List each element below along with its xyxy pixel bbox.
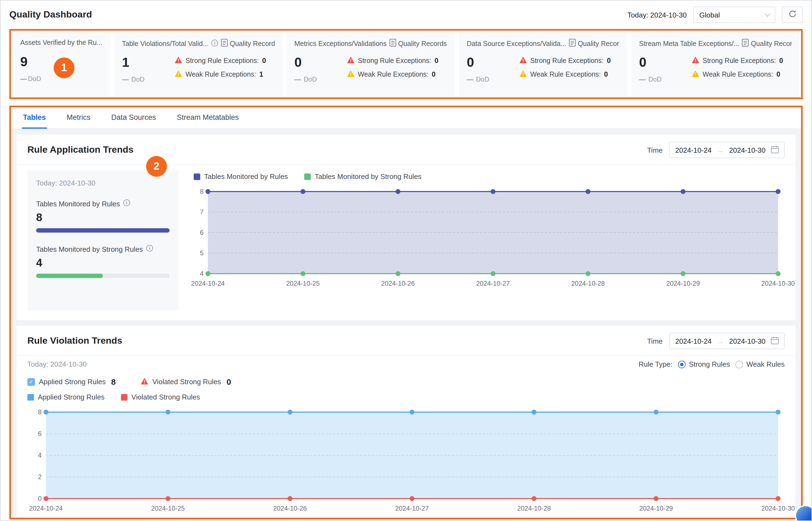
svg-text:8: 8 <box>200 188 204 195</box>
legend-item-strong-rules[interactable]: Tables Monitored by Strong Rules <box>304 173 421 181</box>
calendar-icon <box>771 145 779 155</box>
page-header: Quality Dashboard Today: 2024-10-30 Glob… <box>1 1 811 29</box>
radio-weak-rules[interactable]: Weak Rules <box>735 360 785 368</box>
legend-label: Tables Monitored by Strong Rules <box>315 173 421 181</box>
date-range-picker[interactable]: 2024-10-24 2024-10-30 <box>669 142 785 158</box>
svg-text:2024-10-25: 2024-10-25 <box>151 504 185 512</box>
document-icon <box>389 39 396 48</box>
quality-dashboard-screen: Quality Dashboard Today: 2024-10-30 Glob… <box>0 0 812 521</box>
stat-card-stream-metatables: Stream Meta Table Exceptions/... Quality… <box>631 32 799 96</box>
header-today-label: Today: 2024-10-30 <box>627 11 687 19</box>
arrow-right-icon <box>717 146 724 154</box>
legend-item-applied[interactable]: Applied Strong Rules <box>27 393 105 401</box>
weak-rule-exceptions: Weak Rule Exceptions:1 <box>175 70 275 79</box>
radio-strong-rules[interactable]: Strong Rules <box>678 360 730 368</box>
legend-item-violated[interactable]: Violated Strong Rules <box>121 393 200 401</box>
date-end[interactable]: 2024-10-30 <box>729 146 765 154</box>
date-end[interactable]: 2024-10-30 <box>729 337 765 345</box>
legend-label: Violated Strong Rules <box>131 393 200 401</box>
svg-text:2024-10-27: 2024-10-27 <box>395 504 429 512</box>
quality-records-link[interactable]: Quality Records <box>742 39 792 48</box>
rule-type-label: Rule Type: <box>639 360 672 368</box>
main-tabs: Tables Metrics Data Sources Stream Metat… <box>11 107 801 129</box>
svg-text:0: 0 <box>38 495 42 502</box>
stat-label: Tables Monitored by Strong Rules <box>36 245 143 253</box>
rule-application-title: Rule Application Trends <box>27 144 134 155</box>
dash-icon <box>122 75 129 83</box>
svg-text:2024-10-26: 2024-10-26 <box>381 280 415 287</box>
stat-tables-monitored-by-strong-rules: Tables Monitored by Strong Rules 4 <box>36 245 170 278</box>
svg-text:2: 2 <box>38 473 42 480</box>
warning-icon-red <box>519 56 527 65</box>
stat-card-label: Metrics Exceptions/Validations <box>294 40 387 47</box>
today-label: Today: 2024-10-30 <box>27 360 87 368</box>
legend-item-rules[interactable]: Tables Monitored by Rules <box>194 173 288 181</box>
chevron-down-icon <box>765 11 770 17</box>
tab-data-sources[interactable]: Data Sources <box>110 107 157 129</box>
today-label: Today: 2024-10-30 <box>36 179 170 187</box>
rule-violation-chart: 024682024-10-242024-10-252024-10-262024-… <box>27 408 785 513</box>
svg-text:2024-10-28: 2024-10-28 <box>571 280 605 287</box>
svg-text:4: 4 <box>200 270 204 277</box>
progress-bar-rules <box>36 228 170 233</box>
date-start[interactable]: 2024-10-24 <box>675 337 712 345</box>
tab-metrics[interactable]: Metrics <box>66 107 92 129</box>
violated-strong-rules-stat: Violated Strong Rules 0 <box>141 377 231 386</box>
stat-value: 4 <box>36 257 170 269</box>
date-start[interactable]: 2024-10-24 <box>675 146 712 154</box>
stat-card-value: 1 <box>122 55 175 70</box>
scope-select-value: Global <box>699 11 720 19</box>
dash-icon <box>294 75 301 83</box>
page-title: Quality Dashboard <box>9 9 92 20</box>
violation-stats-row: Applied Strong Rules 8 Violated Strong R… <box>27 377 785 386</box>
svg-text:2024-10-30: 2024-10-30 <box>761 504 795 512</box>
stat-tables-monitored-by-rules: Tables Monitored by Rules 8 <box>36 199 170 233</box>
applied-strong-rules-stat: Applied Strong Rules 8 <box>27 377 116 386</box>
warning-icon-red <box>347 56 354 65</box>
progress-bar-strong-rules <box>36 274 170 278</box>
stat-value: 8 <box>36 211 170 224</box>
svg-text:8: 8 <box>38 408 42 416</box>
svg-text:2024-10-29: 2024-10-29 <box>640 504 673 512</box>
svg-text:2024-10-24: 2024-10-24 <box>191 280 225 287</box>
dash-icon <box>20 75 27 82</box>
document-icon <box>742 39 748 48</box>
dod-label: DoD <box>28 75 41 82</box>
weak-rule-exceptions: Weak Rule Exceptions:0 <box>519 70 619 79</box>
tab-stream-metatables[interactable]: Stream Metatables <box>176 107 240 129</box>
time-label: Time <box>647 337 663 345</box>
legend-swatch-indigo <box>194 173 200 180</box>
date-range-picker[interactable]: 2024-10-24 2024-10-30 <box>669 333 785 349</box>
quality-records-link[interactable]: Quality Records <box>389 39 447 48</box>
rule-application-chart-legend: Tables Monitored by Rules Tables Monitor… <box>194 173 785 181</box>
dod-label: DoD <box>648 75 662 83</box>
tab-tables[interactable]: Tables <box>22 107 47 129</box>
refresh-button[interactable] <box>782 6 803 23</box>
dod-label: DoD <box>476 75 489 83</box>
info-icon[interactable] <box>123 199 130 208</box>
legend-swatch-red <box>121 394 127 400</box>
dod-label: DoD <box>304 75 317 83</box>
svg-text:4: 4 <box>38 452 42 459</box>
stat-card-label: Data Source Exceptions/Valida... <box>467 40 566 47</box>
warning-icon-red <box>692 56 699 65</box>
dod-label: DoD <box>131 75 144 83</box>
quality-records-link[interactable]: Quality Records <box>569 39 619 48</box>
annotation-badge-2: 2 <box>146 156 167 177</box>
warning-icon-yellow <box>347 70 354 79</box>
stat-cards-section: Assets Verified by the Ru... 9 DoD Table… <box>9 29 803 99</box>
info-icon[interactable] <box>211 39 218 48</box>
stat-card-value: 0 <box>467 55 519 70</box>
warning-icon-yellow <box>519 70 527 79</box>
scope-select[interactable]: Global <box>693 6 775 23</box>
checkbox-check-icon <box>27 378 35 386</box>
info-icon[interactable] <box>146 245 153 253</box>
stat-card-label: Stream Meta Table Exceptions/... <box>639 40 739 47</box>
legend-label: Applied Strong Rules <box>38 393 105 401</box>
radio-selected-icon <box>678 360 686 368</box>
quality-records-link[interactable]: Quality Records <box>221 39 275 48</box>
radio-unselected-icon <box>735 360 743 368</box>
stat-card-value: 0 <box>639 55 692 70</box>
weak-rule-exceptions: Weak Rule Exceptions:0 <box>692 70 792 79</box>
warning-icon-red <box>141 377 148 386</box>
